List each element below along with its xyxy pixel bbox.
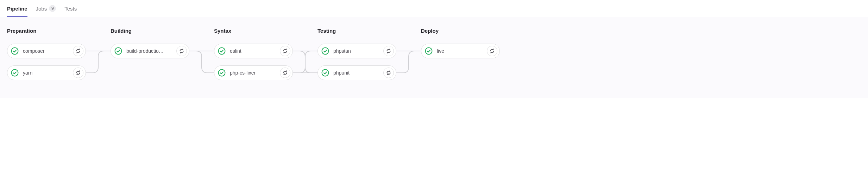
tab-jobs-count-badge: 9 — [49, 5, 56, 12]
tab-tests[interactable]: Tests — [64, 1, 77, 17]
success-icon — [10, 46, 19, 56]
job-label: live — [437, 48, 483, 54]
stage-column: Syntax eslint php-cs-fixer — [214, 28, 293, 80]
tab-pipeline[interactable]: Pipeline — [7, 1, 27, 17]
job-label: composer — [23, 48, 69, 54]
job-pill[interactable]: eslint — [214, 44, 293, 58]
stage-column: Testing phpstan phpunit — [317, 28, 396, 80]
tab-label: Tests — [64, 6, 77, 12]
job-pill[interactable]: php-cs-fixer — [214, 65, 293, 80]
retry-button[interactable] — [73, 68, 83, 78]
tab-label: Jobs — [36, 6, 47, 12]
retry-button[interactable] — [487, 46, 497, 56]
success-icon — [10, 68, 19, 77]
svg-point-4 — [219, 70, 225, 76]
svg-point-6 — [322, 70, 329, 76]
retry-button[interactable] — [176, 46, 187, 56]
svg-point-5 — [322, 48, 329, 55]
svg-point-2 — [115, 48, 122, 55]
job-label: eslint — [230, 48, 276, 54]
pipeline-graph: Preparation composer yarn Building build… — [0, 17, 868, 98]
success-icon — [217, 68, 226, 77]
job-list: composer yarn — [7, 44, 86, 80]
job-label: phpstan — [333, 48, 380, 54]
success-icon — [321, 68, 330, 77]
job-pill[interactable]: composer — [7, 44, 86, 58]
svg-point-7 — [426, 48, 432, 55]
job-list: build-productio… — [111, 44, 189, 58]
job-pill[interactable]: phpstan — [317, 44, 396, 58]
stage-title: Building — [111, 28, 189, 34]
job-list: live — [421, 44, 500, 58]
stage-column: Deploy live — [421, 28, 500, 80]
retry-button[interactable] — [73, 46, 83, 56]
job-label: yarn — [23, 70, 69, 76]
job-pill[interactable]: phpunit — [317, 65, 396, 80]
job-label: build-productio… — [126, 48, 173, 54]
stage-title: Preparation — [7, 28, 86, 34]
retry-button[interactable] — [383, 68, 394, 78]
success-icon — [424, 46, 433, 56]
job-pill[interactable]: live — [421, 44, 500, 58]
success-icon — [217, 46, 226, 56]
job-list: eslint php-cs-fixer — [214, 44, 293, 80]
stage-title: Deploy — [421, 28, 500, 34]
retry-button[interactable] — [280, 68, 290, 78]
svg-point-0 — [12, 48, 18, 55]
stage-column: Building build-productio… — [111, 28, 189, 80]
stage-column: Preparation composer yarn — [7, 28, 86, 80]
retry-button[interactable] — [280, 46, 290, 56]
job-label: php-cs-fixer — [230, 70, 276, 76]
tabs-bar: Pipeline Jobs 9 Tests — [0, 0, 868, 17]
success-icon — [114, 46, 123, 56]
job-pill[interactable]: build-productio… — [111, 44, 189, 58]
svg-point-3 — [219, 48, 225, 55]
retry-button[interactable] — [383, 46, 394, 56]
stage-title: Testing — [317, 28, 396, 34]
job-label: phpunit — [333, 70, 380, 76]
tab-jobs[interactable]: Jobs 9 — [36, 0, 56, 17]
tab-label: Pipeline — [7, 6, 27, 12]
svg-point-1 — [12, 70, 18, 76]
job-pill[interactable]: yarn — [7, 65, 86, 80]
stage-title: Syntax — [214, 28, 293, 34]
success-icon — [321, 46, 330, 56]
job-list: phpstan phpunit — [317, 44, 396, 80]
